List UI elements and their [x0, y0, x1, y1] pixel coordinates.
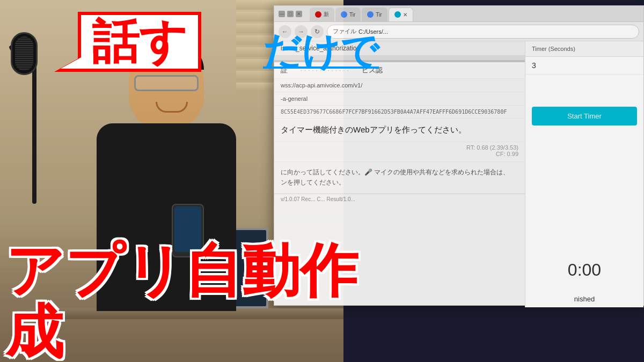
url-row: wss://acp-api.amivoice.com/v1/	[274, 79, 525, 92]
tab-label-tir2: Tir	[376, 12, 382, 18]
rt-cf-row: RT: 0.68 (2.39/3.53) CF: 0.99	[274, 142, 525, 162]
forward-button[interactable]: →	[295, 25, 308, 38]
tab-favicon-tir1	[341, 11, 347, 18]
hash-row: 8C55E4ED379677C6686F7FCF7BF91662D53FB0A4…	[274, 106, 525, 119]
instruction-line2: ンを押してください。	[281, 179, 345, 186]
timer-value-text: 3	[532, 61, 536, 70]
model-row: -a-general	[274, 92, 525, 106]
window-controls: — □ ✕	[279, 11, 302, 17]
finished-text-display: nished	[525, 291, 643, 307]
auth-title-row: issue_service_authorization	[274, 41, 525, 56]
tab-active[interactable]: ✕	[389, 8, 413, 21]
timer-panel: Timer (Seconds) 3 Start Timer 0:00 nishe…	[525, 41, 643, 307]
instruction-row: に向かって話してください。🎤 マイクの使用や共有などを求められた場合は、 ンを押…	[274, 162, 525, 194]
hash-text: 8C55E4ED379677C6686F7FCF7BF91662D53FB0A4…	[281, 109, 507, 115]
address-text: C:/Users/...	[358, 28, 388, 35]
japanese-instruction-text: タイマー機能付きのWebアプリを作ってください。	[281, 125, 466, 134]
service-partial: ビス認	[362, 66, 383, 74]
tab-new[interactable]: 新	[310, 8, 334, 21]
timer-value-display: 3	[525, 57, 643, 75]
browser-window: — □ ✕ 新 Tir Tir ✕ ← →	[274, 5, 644, 306]
status-text: v/1.0.07 Rec... C... Result/1.0...	[281, 196, 355, 202]
back-button[interactable]: ←	[279, 25, 291, 38]
rt-text: RT: 0.68 (2.39/3.53)	[466, 144, 518, 151]
cf-text: CF: 0.99	[496, 151, 518, 157]
refresh-button[interactable]: ↻	[311, 25, 324, 38]
tab-tir2[interactable]: Tir	[362, 8, 387, 21]
japanese-instruction-row: タイマー機能付きのWebアプリを作ってください。	[274, 119, 525, 142]
address-bar[interactable]: ファイル C:/Users/...	[327, 25, 639, 39]
browser-content-area: issue_service_authorization 証 · · · · · …	[274, 41, 643, 307]
countdown-display: 0:00	[525, 249, 643, 291]
tab-favicon-active	[394, 11, 401, 18]
auth-title-text: issue_service_authorization	[281, 45, 360, 52]
start-timer-button[interactable]: Start Timer	[532, 107, 637, 125]
main-content: issue_service_authorization 証 · · · · · …	[274, 41, 525, 307]
url-text: wss://acp-api.amivoice.com/v1/	[281, 82, 362, 88]
browser-toolbar: ← → ↻ ファイル C:/Users/...	[274, 22, 643, 41]
finished-label: nished	[574, 295, 595, 303]
person-silhouette	[64, 43, 268, 311]
tab-close-icon[interactable]: ✕	[403, 12, 407, 18]
tab-label-new: 新	[324, 11, 329, 18]
instruction-line1: に向かって話してください。🎤 マイクの使用や共有などを求められた場合は、	[281, 168, 509, 176]
countdown-text: 0:00	[568, 260, 601, 279]
mic-stand	[32, 54, 36, 204]
tab-favicon-new	[315, 11, 321, 18]
tab-tir1[interactable]: Tir	[335, 8, 361, 21]
address-prefix: ファイル	[333, 27, 356, 35]
tab-label-tir1: Tir	[349, 12, 355, 18]
model-text: -a-general	[281, 95, 308, 102]
maximize-button[interactable]: □	[287, 11, 294, 17]
timer-header: Timer (Seconds)	[525, 41, 643, 57]
timer-header-text: Timer (Seconds)	[532, 46, 575, 52]
close-button[interactable]: ✕	[296, 11, 302, 17]
cert-partial: 証	[281, 66, 288, 74]
microphone-head	[11, 32, 38, 75]
start-timer-label: Start Timer	[567, 112, 602, 120]
tab-favicon-tir2	[367, 11, 374, 18]
tab-bar: 新 Tir Tir ✕	[310, 6, 413, 21]
minimize-button[interactable]: —	[279, 11, 285, 17]
status-bar: v/1.0.07 Rec... C... Result/1.0...	[274, 194, 525, 204]
window-titlebar: — □ ✕ 新 Tir Tir ✕	[274, 6, 643, 22]
divider-bar-1	[274, 56, 525, 60]
partial-text-row: 証 · · · · · · · · · · · · · ビス認	[274, 62, 525, 79]
